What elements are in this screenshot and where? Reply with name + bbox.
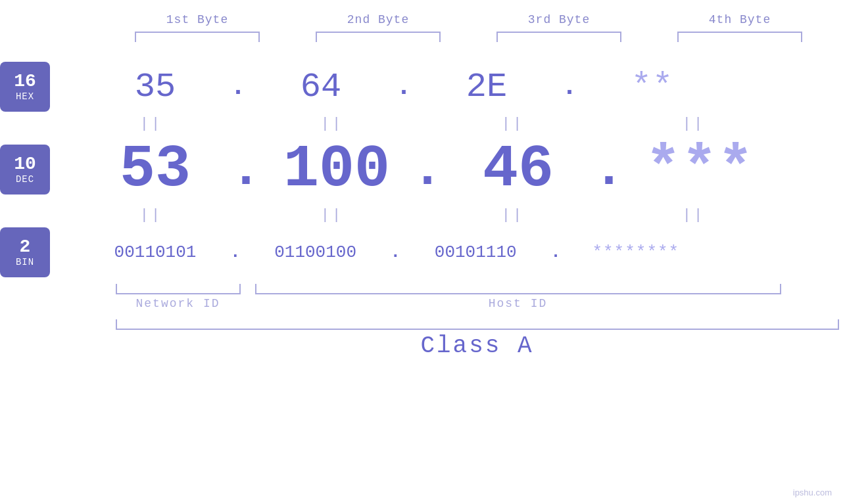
hex-values: 35 . 64 . 2E . ** bbox=[83, 68, 845, 106]
bin-values: 00110101 . 01100100 . 00101110 . *******… bbox=[83, 242, 845, 262]
equals1-b2: || bbox=[260, 116, 404, 132]
hex-badge-number: 16 bbox=[14, 72, 36, 92]
equals-row-2: || || || || bbox=[61, 207, 785, 223]
byte2-header: 2nd Byte bbox=[306, 13, 450, 26]
bracket-byte1 bbox=[135, 32, 260, 42]
hex-badge-label: HEX bbox=[16, 91, 34, 102]
class-label-row: Class A bbox=[116, 332, 839, 359]
dec-badge-label: DEC bbox=[16, 174, 34, 185]
hex-row-group: 16 HEX 35 . 64 . 2E . ** bbox=[0, 62, 845, 112]
equals2-b2: || bbox=[260, 207, 404, 223]
dec-dot2: . bbox=[412, 140, 443, 200]
bracket-byte4 bbox=[677, 32, 802, 42]
class-a-label: Class A bbox=[420, 332, 533, 359]
hex-dot3: . bbox=[562, 72, 577, 102]
hex-byte3: 2E bbox=[414, 68, 559, 106]
byte3-header: 3rd Byte bbox=[487, 13, 631, 26]
dec-dot3: . bbox=[593, 140, 625, 200]
bin-byte4: ******** bbox=[564, 242, 708, 262]
bin-badge-number: 2 bbox=[20, 237, 31, 258]
bottom-bracket-row bbox=[116, 284, 839, 294]
bin-byte2: 01100100 bbox=[243, 242, 388, 262]
dec-byte3: 46 bbox=[446, 136, 591, 203]
bin-row-group: 2 BIN 00110101 . 01100100 . 00101110 . *… bbox=[0, 227, 845, 277]
dec-byte4: *** bbox=[627, 136, 772, 203]
class-a-bracket bbox=[116, 319, 839, 330]
hex-dot2: . bbox=[396, 72, 412, 102]
bin-badge: 2 BIN bbox=[0, 227, 50, 277]
bracket-byte3 bbox=[496, 32, 621, 42]
bin-byte3: 00101110 bbox=[403, 242, 548, 262]
class-bracket-row bbox=[116, 319, 839, 330]
bracket-byte2 bbox=[316, 32, 441, 42]
network-id-label: Network ID bbox=[116, 297, 241, 310]
bin-dot1: . bbox=[230, 242, 241, 262]
hex-byte4: ** bbox=[580, 68, 725, 106]
equals2-b1: || bbox=[79, 207, 224, 223]
host-id-label: Host ID bbox=[255, 297, 781, 310]
dec-byte1: 53 bbox=[83, 136, 228, 203]
dec-values: 53 . 100 . 46 . *** bbox=[83, 136, 845, 203]
dec-byte2: 100 bbox=[264, 136, 409, 203]
hex-badge: 16 HEX bbox=[0, 62, 50, 112]
equals2-b4: || bbox=[621, 207, 766, 223]
byte4-header: 4th Byte bbox=[667, 13, 812, 26]
hex-dot1: . bbox=[230, 72, 246, 102]
main-container: 1st Byte 2nd Byte 3rd Byte 4th Byte 16 H… bbox=[0, 0, 845, 504]
id-labels-row: Network ID Host ID bbox=[116, 297, 839, 310]
equals1-b4: || bbox=[621, 116, 766, 132]
top-bracket-row bbox=[107, 32, 831, 42]
watermark: ipshu.com bbox=[793, 488, 832, 497]
hex-byte2: 64 bbox=[249, 68, 393, 106]
byte-headers-row: 1st Byte 2nd Byte 3rd Byte 4th Byte bbox=[107, 13, 831, 26]
host-id-bracket bbox=[255, 284, 781, 294]
hex-byte1: 35 bbox=[83, 68, 228, 106]
bin-byte1: 00110101 bbox=[83, 242, 228, 262]
dec-badge: 10 DEC bbox=[0, 145, 50, 195]
equals1-b1: || bbox=[79, 116, 224, 132]
bin-badge-label: BIN bbox=[16, 257, 34, 267]
equals2-b3: || bbox=[441, 207, 585, 223]
network-id-bracket bbox=[116, 284, 241, 294]
equals1-b3: || bbox=[441, 116, 585, 132]
dec-row-group: 10 DEC 53 . 100 . 46 . *** bbox=[0, 136, 845, 203]
bin-dot2: . bbox=[391, 242, 401, 262]
bin-dot3: . bbox=[550, 242, 561, 262]
byte1-header: 1st Byte bbox=[125, 13, 270, 26]
equals-row-1: || || || || bbox=[61, 116, 785, 132]
dec-dot1: . bbox=[230, 140, 262, 200]
dec-badge-number: 10 bbox=[14, 154, 36, 175]
